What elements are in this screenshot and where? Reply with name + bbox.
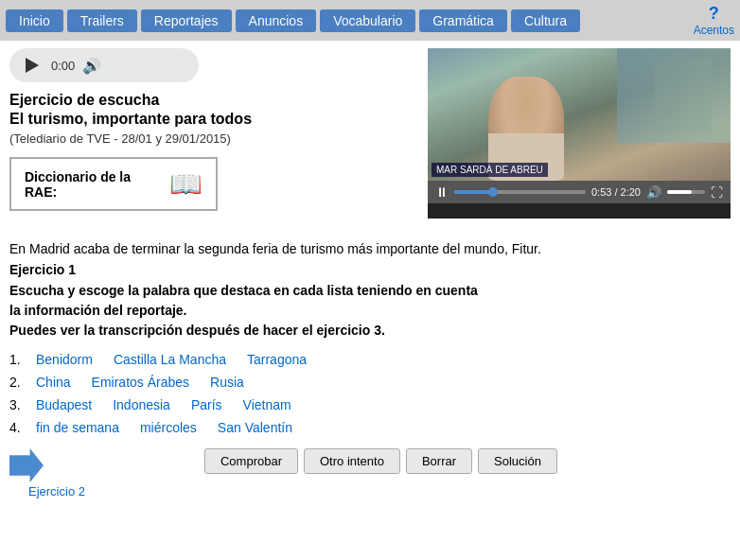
list-item: 4. fin de semana miércoles San Valentín [9, 420, 731, 435]
solucion-button[interactable]: Solución [478, 448, 557, 474]
acentos-button[interactable]: ? Acentos [694, 4, 734, 37]
exercise-section: Ejercicio 1 Escucha y escoge la palabra … [0, 262, 740, 435]
word-tarragona[interactable]: Tarragona [247, 352, 307, 367]
video-name-tag: MAR SARDÀ DE ABREU [432, 163, 548, 177]
video-volume-icon[interactable]: 🔊 [646, 185, 661, 200]
list-item: 2. China Emiratos Árabes Rusia [9, 375, 731, 390]
play-icon [26, 58, 39, 73]
word-indonesia[interactable]: Indonesia [113, 397, 170, 412]
instruction-line1: Escucha y escoge la palabra que destaca … [9, 283, 478, 298]
exercise-number: Ejercicio 1 [9, 262, 731, 277]
list-item: 1. Benidorm Castilla La Mancha Tarragona [9, 352, 731, 367]
list-num-3: 3. [9, 397, 28, 412]
word-vietnam[interactable]: Vietnam [243, 397, 291, 412]
dictionary-icon: 📖 [169, 168, 203, 200]
borrar-button[interactable]: Borrar [406, 448, 472, 474]
navigation-bar: Inicio Trailers Reportajes Anuncios Voca… [0, 0, 740, 41]
video-panel: MAR SARDÀ DE ABREU ⏸ 0:53 / 2:20 🔊 [428, 48, 731, 226]
video-container: MAR SARDÀ DE ABREU ⏸ 0:53 / 2:20 🔊 [428, 48, 731, 219]
audio-play-button[interactable] [21, 54, 44, 77]
word-san-valentin[interactable]: San Valentín [218, 420, 292, 435]
audio-volume-icon[interactable]: 🔊 [82, 57, 101, 75]
instruction-line2: la información del reportaje. [9, 303, 187, 318]
next-exercise-arrow[interactable] [9, 448, 44, 482]
main-content: 0:00 🔊 Ejercicio de escucha El turismo, … [0, 41, 740, 234]
word-budapest[interactable]: Budapest [36, 397, 92, 412]
question-icon: ? [709, 4, 719, 24]
word-list: 1. Benidorm Castilla La Mancha Tarragona… [9, 352, 731, 435]
word-miercoles[interactable]: miércoles [140, 420, 197, 435]
video-fullscreen-button[interactable]: ⛶ [711, 185, 723, 200]
video-pause-button[interactable]: ⏸ [435, 184, 449, 200]
description-text: En Madrid acaba de terminar la segunda f… [0, 234, 740, 262]
word-fin-semana[interactable]: fin de semana [36, 420, 119, 435]
video-controls: ⏸ 0:53 / 2:20 🔊 ⛶ [428, 181, 731, 203]
nav-btn-vocabulario[interactable]: Vocabulario [320, 9, 415, 32]
instruction-line3: Puedes ver la transcripción después de h… [9, 323, 385, 338]
nav-btn-inicio[interactable]: Inicio [6, 9, 63, 32]
exercise-subtitle: El turismo, importante para todos [9, 111, 418, 128]
video-time: 0:53 / 2:20 [591, 186, 641, 198]
word-china[interactable]: China [36, 375, 71, 390]
audio-player: 0:00 🔊 [9, 48, 199, 82]
left-panel: 0:00 🔊 Ejercicio de escucha El turismo, … [9, 48, 418, 226]
exercise-instructions: Escucha y escoge la palabra que destaca … [9, 281, 731, 341]
nav-btn-reportajes[interactable]: Reportajes [141, 9, 232, 32]
word-emiratos[interactable]: Emiratos Árabes [92, 375, 189, 390]
video-background: MAR SARDÀ DE ABREU [428, 48, 731, 181]
list-num-1: 1. [9, 352, 28, 367]
audio-time: 0:00 [51, 59, 75, 73]
nav-btn-anuncios[interactable]: Anuncios [236, 9, 317, 32]
video-bg-element2 [617, 48, 731, 143]
video-current-time: 0:53 [591, 186, 611, 198]
bottom-row: Ejercicio 2 Comprobar Otro intento Borra… [0, 443, 740, 499]
otro-intento-button[interactable]: Otro intento [304, 448, 400, 474]
source-info: (Telediario de TVE - 28/01 y 29/01/2015) [9, 131, 418, 146]
word-castilla[interactable]: Castilla La Mancha [114, 352, 226, 367]
nav-btn-gramatica[interactable]: Gramática [419, 9, 507, 32]
video-total-time: 2:20 [621, 186, 641, 198]
list-num-4: 4. [9, 420, 28, 435]
video-progress-track[interactable] [454, 190, 586, 194]
ejercicio2-label[interactable]: Ejercicio 2 [19, 484, 85, 499]
nav-btn-cultura[interactable]: Cultura [511, 9, 580, 32]
video-volume-track[interactable] [667, 190, 705, 194]
list-num-2: 2. [9, 375, 28, 390]
acentos-label: Acentos [694, 24, 734, 37]
comprobar-button[interactable]: Comprobar [204, 448, 298, 474]
video-volume-fill [667, 190, 692, 194]
action-buttons: Comprobar Otro intento Borrar Solución [204, 448, 557, 474]
dictionary-box[interactable]: Diccionario de la RAE: 📖 [9, 157, 218, 211]
word-rusia[interactable]: Rusia [210, 375, 244, 390]
word-benidorm[interactable]: Benidorm [36, 352, 93, 367]
video-progress-thumb [488, 187, 498, 197]
list-item: 3. Budapest Indonesia París Vietnam [9, 397, 731, 412]
dictionary-label: Diccionario de la RAE: [25, 169, 160, 200]
nav-btn-trailers[interactable]: Trailers [67, 9, 137, 32]
video-progress-fill [454, 190, 490, 194]
exercise-title: Ejercicio de escucha [9, 92, 418, 109]
word-paris[interactable]: París [191, 397, 222, 412]
